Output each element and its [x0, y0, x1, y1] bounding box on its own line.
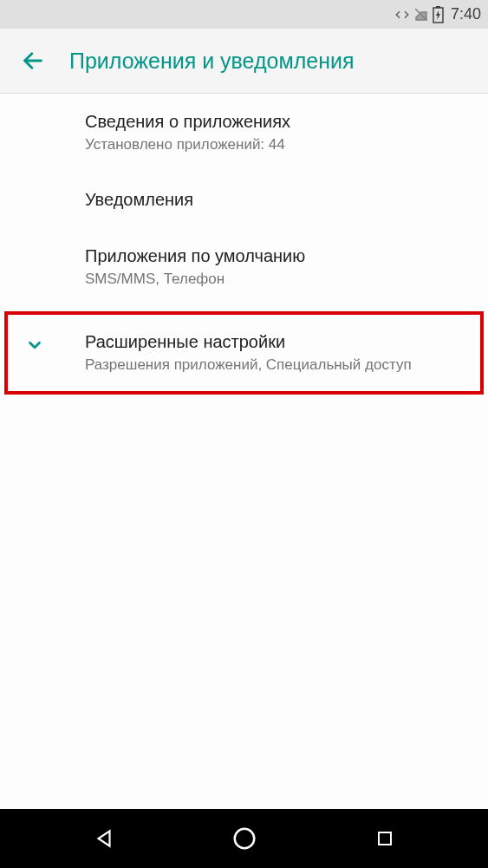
status-bar: 7:40	[0, 0, 488, 29]
advanced-subtitle: Разрешения приложений, Специальный досту…	[85, 356, 468, 375]
back-button[interactable]	[16, 43, 50, 78]
app-info-item[interactable]: Сведения о приложениях Установлено прило…	[0, 94, 488, 172]
default-apps-title: Приложения по умолчанию	[85, 245, 472, 268]
notifications-item[interactable]: Уведомления	[0, 172, 488, 228]
nav-home-button[interactable]	[231, 826, 257, 852]
nav-back-button[interactable]	[93, 827, 115, 850]
default-apps-subtitle: SMS/MMS, Телефон	[85, 270, 472, 290]
svg-rect-6	[379, 832, 391, 845]
page-title: Приложения и уведомления	[69, 49, 354, 74]
app-info-subtitle: Установлено приложений: 44	[85, 135, 472, 155]
svg-marker-4	[99, 831, 110, 845]
status-time: 7:40	[451, 5, 481, 23]
advanced-settings-item[interactable]: Расширенные настройки Разрешения приложе…	[4, 311, 484, 395]
navigation-bar	[0, 809, 488, 868]
no-sim-icon	[413, 7, 429, 23]
svg-marker-2	[436, 10, 440, 20]
settings-list: Сведения о приложениях Установлено прило…	[0, 94, 488, 809]
nav-recent-button[interactable]	[374, 828, 395, 849]
app-bar: Приложения и уведомления	[0, 29, 488, 94]
app-info-title: Сведения о приложениях	[85, 110, 472, 134]
svg-point-5	[235, 829, 255, 849]
advanced-title: Расширенные настройки	[85, 330, 468, 354]
code-icon	[394, 7, 410, 23]
default-apps-item[interactable]: Приложения по умолчанию SMS/MMS, Телефон	[0, 228, 488, 306]
notifications-title: Уведомления	[85, 188, 472, 212]
svg-rect-1	[436, 6, 440, 8]
chevron-down-icon	[20, 330, 85, 355]
battery-charging-icon	[433, 6, 444, 23]
